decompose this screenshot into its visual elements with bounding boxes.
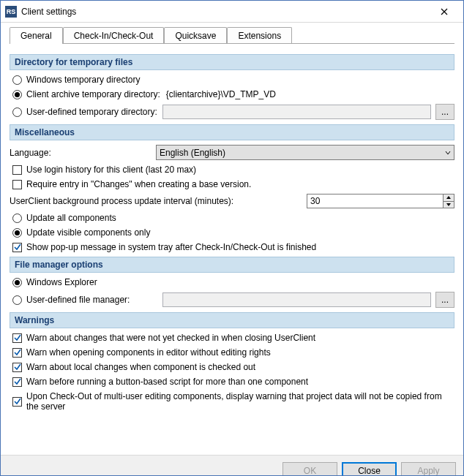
- checkbox-require-changes-label: Require entry in "Changes" when creating…: [26, 179, 251, 189]
- window-close-button[interactable]: [430, 1, 459, 22]
- user-temp-path-input[interactable]: [162, 105, 431, 119]
- section-header-temp-dir: Directory for temporary files: [10, 54, 454, 70]
- checkbox-popup-label: Show pop-up message in system tray after…: [26, 242, 316, 252]
- checkbox-warn-unchecked-label: Warn about changes that were not yet che…: [26, 333, 315, 343]
- bg-interval-value: 30: [310, 196, 320, 206]
- ellipsis-icon: ...: [441, 107, 449, 117]
- radio-user-file-mgr[interactable]: [12, 295, 22, 305]
- radio-update-all[interactable]: [12, 214, 22, 223]
- tab-quicksave[interactable]: Quicksave: [164, 27, 227, 44]
- bg-interval-spinner[interactable]: 30: [307, 194, 454, 208]
- spinner-down-button[interactable]: [443, 202, 454, 208]
- checkbox-login-history-label: Use login history for this client (last …: [26, 165, 196, 175]
- checkbox-warn-local-changes[interactable]: [12, 363, 22, 372]
- ellipsis-icon: ...: [441, 295, 449, 305]
- user-file-mgr-input[interactable]: [162, 292, 431, 307]
- window-title: Client settings: [21, 7, 430, 17]
- section-header-warnings: Warnings: [10, 312, 454, 328]
- tabstrip: General Check-In/Check-Out Quicksave Ext…: [1, 23, 463, 44]
- bg-interval-label: UserClient background process update int…: [10, 196, 307, 206]
- radio-update-visible[interactable]: [12, 228, 22, 238]
- ok-button[interactable]: OK: [282, 462, 337, 476]
- checkbox-warn-script-label: Warn before running a button-based scrip…: [26, 377, 308, 387]
- triangle-down-icon: [446, 203, 451, 206]
- checkbox-warn-script[interactable]: [12, 377, 22, 387]
- radio-archive-temp-label: Client archive temporary directory:: [26, 89, 160, 99]
- close-button[interactable]: Close: [342, 462, 397, 476]
- radio-windows-temp-label: Windows temporary directory: [26, 75, 140, 85]
- radio-archive-temp[interactable]: [12, 90, 22, 99]
- radio-user-file-mgr-label: User-defined file manager:: [26, 295, 162, 305]
- tab-checkin-checkout[interactable]: Check-In/Check-Out: [63, 27, 165, 44]
- triangle-up-icon: [446, 196, 451, 199]
- button-label: Close: [358, 466, 381, 476]
- language-select[interactable]: English (English): [156, 145, 454, 160]
- tab-label: Extensions: [238, 31, 281, 41]
- checkbox-warn-no-rights-label: Warn when opening components in editor w…: [26, 347, 271, 358]
- tab-label: Check-In/Check-Out: [74, 31, 154, 41]
- tab-label: Quicksave: [175, 31, 216, 41]
- checkbox-login-history[interactable]: [12, 165, 22, 175]
- button-label: Apply: [417, 466, 439, 476]
- tab-label: General: [20, 31, 52, 41]
- language-select-value: English (English): [160, 148, 225, 158]
- section-header-file-mgr: File manager options: [10, 257, 454, 273]
- radio-update-all-label: Update all components: [26, 213, 116, 223]
- radio-user-temp-label: User-defined temporary directory:: [26, 107, 162, 117]
- button-label: OK: [304, 466, 316, 476]
- tab-extensions[interactable]: Extensions: [227, 27, 292, 44]
- language-label: Language:: [10, 148, 156, 158]
- chevron-down-icon: [445, 148, 451, 158]
- checkbox-warn-no-rights[interactable]: [12, 348, 22, 358]
- browse-user-file-mgr-button[interactable]: ...: [435, 292, 454, 308]
- radio-windows-explorer-label: Windows Explorer: [26, 277, 97, 287]
- apply-button[interactable]: Apply: [401, 462, 456, 476]
- checkbox-warn-local-changes-label: Warn about local changes when component …: [26, 362, 255, 372]
- archive-temp-path: {clientarchive}\VD_TMP_VD: [166, 89, 276, 99]
- checkbox-warn-unchecked[interactable]: [12, 333, 22, 343]
- checkbox-require-changes[interactable]: [12, 180, 22, 189]
- close-icon: [441, 8, 448, 15]
- browse-user-temp-button[interactable]: ...: [435, 104, 454, 120]
- tab-general[interactable]: General: [10, 27, 63, 44]
- radio-update-visible-label: Update visible components only: [26, 227, 150, 238]
- section-header-misc: Miscellaneous: [10, 124, 454, 140]
- radio-windows-explorer[interactable]: [12, 278, 22, 287]
- checkbox-popup[interactable]: [12, 243, 22, 252]
- titlebar: RS Client settings: [1, 1, 463, 23]
- app-icon: RS: [5, 6, 17, 18]
- tab-panel-general: Directory for temporary files Windows te…: [1, 44, 463, 455]
- checkbox-warn-multiuser[interactable]: [12, 397, 22, 407]
- checkbox-warn-multiuser-label: Upon Check-Out of multi-user editing com…: [26, 391, 454, 412]
- radio-user-temp[interactable]: [12, 107, 22, 117]
- spinner-up-button[interactable]: [443, 194, 454, 202]
- radio-windows-temp[interactable]: [12, 75, 22, 85]
- dialog-footer: OK Close Apply: [1, 455, 463, 476]
